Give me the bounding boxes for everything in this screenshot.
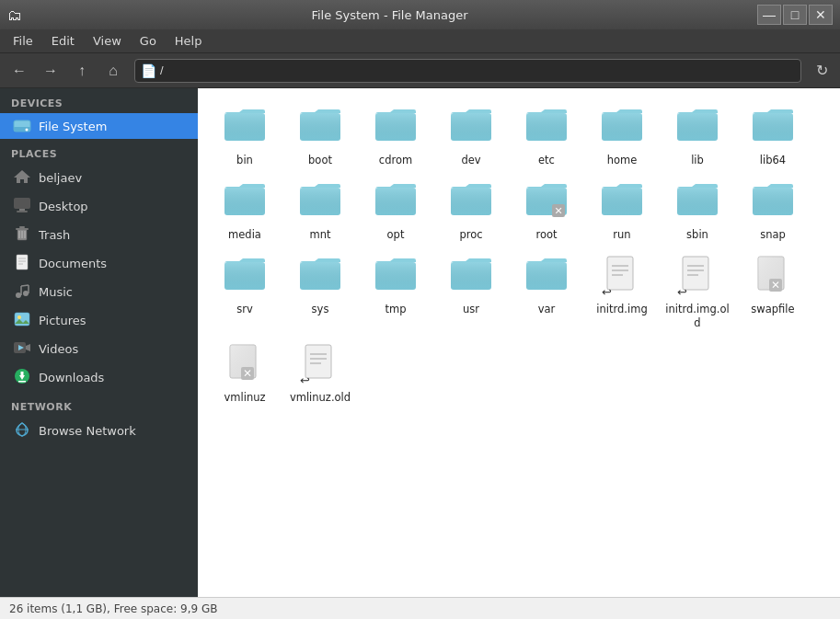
menu-item-file[interactable]: File bbox=[4, 31, 42, 51]
sidebar-item-label: Videos bbox=[39, 342, 78, 356]
back-button[interactable]: ← bbox=[6, 58, 33, 84]
file-item[interactable]: run bbox=[584, 172, 660, 246]
svg-line-20 bbox=[21, 285, 29, 286]
folder-icon bbox=[374, 106, 418, 150]
file-item[interactable]: home bbox=[584, 97, 660, 172]
folder-icon bbox=[449, 180, 493, 224]
svg-marker-24 bbox=[26, 344, 30, 351]
file-item[interactable]: tmp bbox=[358, 246, 433, 335]
folder-icon bbox=[600, 180, 644, 224]
svg-text:✕: ✕ bbox=[771, 279, 780, 292]
file-name: lib bbox=[691, 154, 704, 167]
file-item[interactable]: ✕ swapfile bbox=[735, 246, 811, 335]
sidebar-item-label: Documents bbox=[39, 257, 107, 270]
address-bar: 📄 bbox=[134, 59, 801, 83]
sidebar-item-trash[interactable]: Trash bbox=[0, 221, 198, 249]
svg-rect-69 bbox=[300, 262, 340, 290]
folder-icon bbox=[223, 255, 267, 299]
file-item[interactable]: sbin bbox=[660, 172, 735, 246]
sidebar-item-browse-network[interactable]: Browse Network bbox=[0, 417, 198, 445]
file-name: var bbox=[538, 303, 556, 316]
refresh-button[interactable]: ↻ bbox=[809, 59, 834, 83]
file-item[interactable]: lib64 bbox=[735, 97, 811, 172]
home-button[interactable]: ⌂ bbox=[99, 58, 127, 84]
menu-item-view[interactable]: View bbox=[84, 31, 131, 51]
window-controls: — □ ✕ bbox=[757, 5, 833, 25]
folder-icon: ✕ bbox=[524, 180, 569, 224]
minimize-button[interactable]: — bbox=[757, 5, 781, 25]
file-name: lib64 bbox=[760, 154, 786, 167]
sidebar-item-documents[interactable]: Documents bbox=[0, 249, 198, 278]
file-item[interactable]: srv bbox=[207, 246, 282, 335]
svg-point-22 bbox=[17, 315, 21, 319]
folder-icon bbox=[449, 106, 493, 150]
file-icon: ↩ bbox=[675, 255, 719, 299]
trash-icon bbox=[13, 225, 31, 245]
sidebar-item-filesystem[interactable]: File System bbox=[0, 113, 198, 139]
file-item[interactable]: media bbox=[207, 172, 282, 246]
file-name: mnt bbox=[310, 228, 331, 242]
file-item[interactable]: etc bbox=[509, 97, 584, 172]
svg-rect-39 bbox=[451, 113, 491, 141]
file-item[interactable]: ↩ vmlinuz.old bbox=[282, 335, 358, 409]
file-item[interactable]: snap bbox=[735, 172, 811, 246]
svg-rect-35 bbox=[300, 113, 340, 141]
symlink-arrow: ↩ bbox=[677, 285, 687, 299]
close-button[interactable]: ✕ bbox=[809, 5, 833, 25]
file-item[interactable]: boot bbox=[282, 97, 358, 172]
file-name: media bbox=[228, 228, 261, 242]
file-item[interactable]: mnt bbox=[282, 172, 358, 246]
file-item[interactable]: var bbox=[509, 246, 584, 335]
sidebar-item-music[interactable]: Music bbox=[0, 278, 198, 306]
folder-icon bbox=[374, 180, 418, 224]
svg-rect-37 bbox=[375, 113, 416, 141]
svg-rect-67 bbox=[224, 262, 265, 290]
file-name: home bbox=[607, 154, 638, 167]
maximize-button[interactable]: □ bbox=[783, 5, 807, 25]
svg-point-2 bbox=[26, 129, 29, 132]
folder-icon bbox=[449, 255, 493, 299]
address-input[interactable] bbox=[160, 63, 795, 77]
window-title: File System - File Manager bbox=[22, 8, 757, 22]
videos-icon bbox=[13, 339, 31, 359]
sidebar-item-label: Pictures bbox=[39, 314, 86, 327]
sidebar-item-videos[interactable]: Videos bbox=[0, 335, 198, 363]
svg-rect-7 bbox=[16, 228, 29, 230]
file-item[interactable]: proc bbox=[433, 172, 509, 246]
file-item[interactable]: usr bbox=[433, 246, 509, 335]
file-name: dev bbox=[461, 154, 480, 167]
file-item[interactable]: ↩ initrd.img.old bbox=[660, 246, 735, 335]
file-item[interactable]: cdrom bbox=[358, 97, 433, 172]
network-label: NETWORK bbox=[0, 392, 198, 417]
file-name: sys bbox=[312, 303, 329, 316]
menu-item-help[interactable]: Help bbox=[166, 31, 212, 51]
sidebar-item-pictures[interactable]: Pictures bbox=[0, 306, 198, 335]
sidebar-item-desktop[interactable]: Desktop bbox=[0, 192, 198, 221]
file-item[interactable]: lib bbox=[660, 97, 735, 172]
file-name: srv bbox=[236, 303, 253, 316]
beljaev-icon bbox=[13, 168, 31, 188]
file-item[interactable]: ✕ vmlinuz bbox=[207, 335, 282, 409]
file-item[interactable]: bin bbox=[207, 97, 282, 172]
menu-item-edit[interactable]: Edit bbox=[42, 31, 84, 51]
address-icon: 📄 bbox=[141, 63, 156, 78]
up-button[interactable]: ↑ bbox=[68, 58, 96, 84]
file-item[interactable]: ✕ root bbox=[509, 172, 584, 246]
svg-rect-47 bbox=[753, 113, 793, 141]
sidebar-item-label: Music bbox=[39, 285, 73, 299]
forward-button[interactable]: → bbox=[37, 58, 64, 84]
file-item[interactable]: opt bbox=[358, 172, 433, 246]
sidebar-item-label: Browse Network bbox=[39, 424, 136, 438]
file-name: snap bbox=[760, 228, 786, 242]
file-item[interactable]: ↩ initrd.img bbox=[584, 246, 660, 335]
file-item[interactable]: dev bbox=[433, 97, 509, 172]
content-area: bin boot cdrom dev etc bbox=[198, 88, 840, 597]
menu-item-go[interactable]: Go bbox=[131, 31, 166, 51]
status-text: 26 items (1,1 GB), Free space: 9,9 GB bbox=[9, 602, 217, 615]
file-item[interactable]: sys bbox=[282, 246, 358, 335]
svg-rect-65 bbox=[753, 188, 793, 215]
sidebar-item-downloads[interactable]: Downloads bbox=[0, 363, 198, 392]
file-name: sbin bbox=[686, 228, 708, 242]
sidebar-item-beljaev[interactable]: beljaev bbox=[0, 164, 198, 192]
symlink-arrow: ↩ bbox=[300, 373, 310, 387]
